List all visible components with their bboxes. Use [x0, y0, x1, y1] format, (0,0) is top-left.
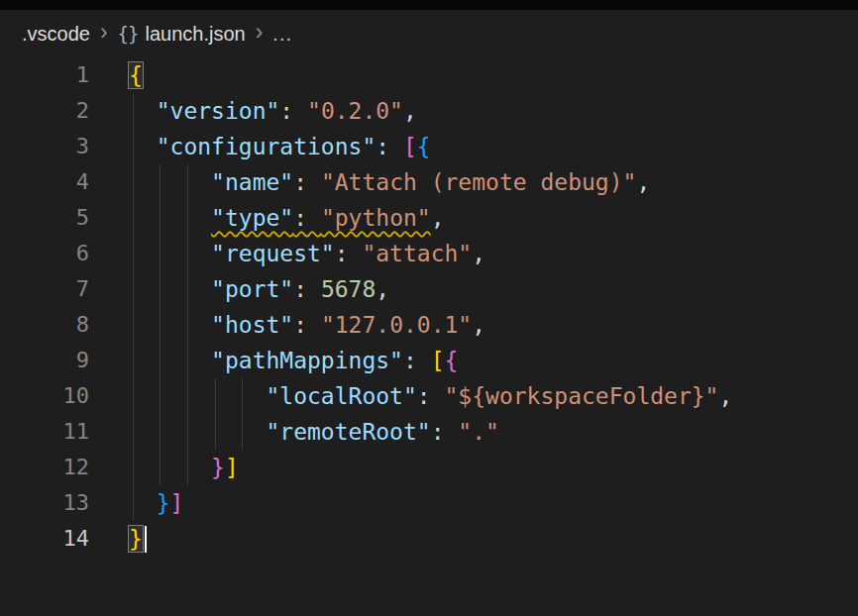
- code-token: "name": [211, 169, 293, 195]
- code-token: :: [293, 205, 321, 231]
- code-line[interactable]: 8 "host": "127.0.0.1",: [0, 307, 858, 343]
- code-line[interactable]: 13 }]: [0, 485, 858, 521]
- text-cursor: [145, 526, 147, 553]
- code-line[interactable]: 5 "type": "python",: [0, 200, 858, 236]
- code-line[interactable]: 10 "localRoot": "${workspaceFolder}",: [0, 378, 858, 414]
- code-token: ,: [431, 205, 445, 231]
- breadcrumb-file[interactable]: {} launch.json: [118, 23, 246, 46]
- line-number[interactable]: 12: [0, 450, 89, 485]
- code-token: ,: [472, 312, 485, 338]
- code-text: "version": "0.2.0",: [129, 93, 417, 129]
- code-token: [129, 455, 211, 480]
- code-token: [: [403, 134, 417, 159]
- breadcrumb: .vscode › {} launch.json › ...: [0, 10, 858, 57]
- code-line[interactable]: 1{: [0, 57, 858, 93]
- line-number[interactable]: 2: [0, 93, 89, 129]
- code-token: ".": [458, 419, 499, 445]
- code-line[interactable]: 6 "request": "attach",: [0, 236, 858, 271]
- code-text: "name": "Attach (remote debug)",: [129, 164, 650, 200]
- code-token: [129, 134, 157, 159]
- code-token: ]: [170, 490, 184, 516]
- code-token: }: [211, 455, 225, 480]
- code-line[interactable]: 11 "remoteRoot": ".": [0, 414, 858, 450]
- line-number[interactable]: 13: [0, 485, 89, 521]
- code-token: "localRoot": [266, 383, 416, 409]
- code-token: :: [403, 348, 431, 373]
- code-token: :: [375, 134, 403, 159]
- code-line[interactable]: 4 "name": "Attach (remote debug)",: [0, 164, 858, 200]
- code-token: [129, 383, 266, 409]
- line-number[interactable]: 1: [0, 57, 89, 93]
- code-token: "127.0.0.1": [321, 312, 472, 338]
- code-token: [129, 348, 211, 373]
- code-token: :: [279, 98, 307, 124]
- code-line[interactable]: 7 "port": 5678,: [0, 271, 858, 307]
- breadcrumb-folder[interactable]: .vscode: [22, 23, 90, 46]
- code-token: "attach": [362, 241, 472, 266]
- code-token: [129, 169, 211, 195]
- code-token: "${workspaceFolder}": [445, 383, 719, 409]
- code-token: "host": [211, 312, 293, 338]
- code-line[interactable]: 12 }]: [0, 450, 858, 485]
- line-number[interactable]: 8: [0, 307, 89, 343]
- code-line[interactable]: 3 "configurations": [{: [0, 129, 858, 164]
- code-token: {: [445, 348, 459, 373]
- code-token: :: [431, 419, 459, 445]
- code-token: [129, 312, 211, 338]
- breadcrumb-file-label: launch.json: [146, 23, 246, 46]
- code-text: }]: [129, 485, 183, 521]
- chevron-right-icon: ›: [255, 21, 265, 47]
- json-braces-icon: {}: [118, 23, 139, 45]
- code-token: [129, 490, 157, 516]
- code-token: [129, 276, 211, 302]
- code-token: 5678: [321, 276, 375, 302]
- code-token: [129, 205, 211, 231]
- code-token: ,: [403, 98, 417, 124]
- code-token: :: [417, 383, 445, 409]
- line-number[interactable]: 6: [0, 236, 89, 271]
- code-token: [: [431, 348, 445, 373]
- code-token: {: [129, 62, 143, 88]
- line-number[interactable]: 14: [0, 521, 89, 557]
- code-text: "request": "attach",: [129, 236, 485, 271]
- code-token: }: [129, 526, 143, 552]
- code-token: "0.2.0": [307, 98, 403, 124]
- code-line[interactable]: 9 "pathMappings": [{: [0, 343, 858, 378]
- code-line[interactable]: 2 "version": "0.2.0",: [0, 93, 858, 129]
- code-text: "pathMappings": [{: [129, 343, 458, 378]
- code-token: ,: [636, 169, 650, 195]
- line-number[interactable]: 9: [0, 343, 89, 378]
- line-number[interactable]: 10: [0, 378, 89, 414]
- code-text: "type": "python",: [129, 200, 445, 236]
- code-lines[interactable]: 1{2 "version": "0.2.0",3 "configurations…: [0, 57, 858, 557]
- code-token: "pathMappings": [211, 348, 403, 373]
- code-token: :: [335, 241, 363, 266]
- code-token: ]: [225, 455, 239, 480]
- code-text: "configurations": [{: [129, 129, 431, 164]
- code-token: [129, 241, 211, 266]
- code-token: "request": [211, 241, 335, 266]
- line-number[interactable]: 4: [0, 164, 89, 200]
- code-editor[interactable]: 1{2 "version": "0.2.0",3 "configurations…: [0, 57, 858, 557]
- code-token: ,: [718, 383, 732, 409]
- code-token: :: [293, 276, 321, 302]
- code-text: }: [129, 521, 147, 557]
- code-text: }]: [129, 450, 239, 485]
- code-token: ,: [472, 241, 485, 266]
- code-token: :: [293, 169, 321, 195]
- code-token: ,: [375, 276, 389, 302]
- code-text: {: [129, 57, 143, 93]
- code-token: "python": [321, 205, 431, 231]
- code-token: {: [417, 134, 431, 159]
- code-token: "remoteRoot": [266, 419, 430, 445]
- line-number[interactable]: 11: [0, 414, 89, 450]
- code-token: "configurations": [157, 134, 376, 159]
- code-line[interactable]: 14}: [0, 521, 858, 557]
- code-text: "localRoot": "${workspaceFolder}",: [129, 378, 732, 414]
- line-number[interactable]: 5: [0, 200, 89, 236]
- line-number[interactable]: 7: [0, 271, 89, 307]
- chevron-right-icon: ›: [99, 21, 109, 47]
- code-text: "remoteRoot": ".": [129, 414, 499, 450]
- breadcrumb-more[interactable]: ...: [272, 23, 292, 46]
- line-number[interactable]: 3: [0, 129, 89, 164]
